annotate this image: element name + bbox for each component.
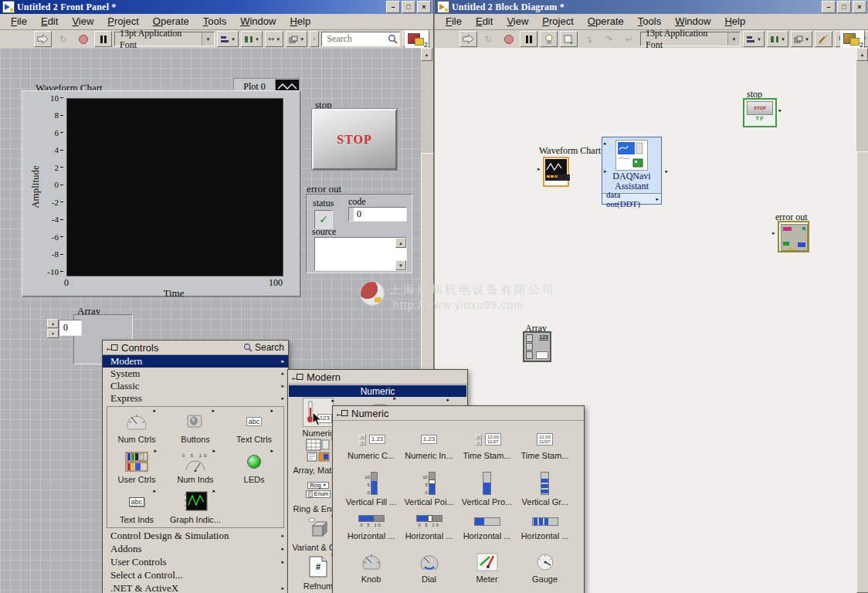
menu-project[interactable]: Project [535,14,580,29]
palette-item-vertical-progress-bar[interactable]: Vertical Pro... [458,471,516,507]
pause-button[interactable] [94,31,112,47]
search-box[interactable] [321,32,400,46]
menu-help[interactable]: Help [717,14,752,29]
menu-operate[interactable]: Operate [581,14,631,29]
run-button[interactable] [459,31,477,47]
font-selector[interactable]: 13pt Application Font▼ [640,32,741,46]
palette-search-button[interactable]: Search [243,342,284,353]
maximize-button[interactable]: □ [837,1,851,13]
numeric-palette-header[interactable]: Numeric [333,406,584,421]
front-panel-titlebar[interactable]: Untitled 2 Front Panel * – □ × [0,0,433,14]
array-terminal[interactable]: 123 [523,331,551,362]
controls-palette-header[interactable]: Controls Search [103,341,288,355]
menu-edit[interactable]: Edit [34,14,65,29]
category-addons[interactable]: Addons▸ [103,543,288,555]
category-select-a-control[interactable]: Select a Control... [103,569,288,581]
stop-button-control[interactable]: STOP [312,109,397,170]
scroll-up-arrow[interactable]: ▲ [856,48,868,61]
distribute-objects-dropdown[interactable]: ▼ [241,31,263,47]
palette-item-text-inds[interactable]: abc ▸ Text Inds [107,490,166,524]
source-field[interactable]: ▲ ▼ [314,237,407,271]
chart-plot-area[interactable] [66,98,283,276]
search-collapse-button[interactable]: ‹ [310,31,319,47]
align-objects-dropdown[interactable]: ▼ [217,31,239,47]
search-input[interactable] [325,32,388,46]
clean-up-diagram-button[interactable] [815,31,832,47]
palette-item-vertical-graduated-bar[interactable]: Vertical Gr... [516,471,574,507]
palette-item-horizontal-pointer-slide[interactable]: 0 5 10 Horizontal ... [400,513,458,540]
menu-view[interactable]: View [500,14,535,29]
menu-file[interactable]: File [4,14,34,29]
error-out-cluster[interactable]: status ✓ code 0 source ▲ ▼ [306,194,412,273]
category-system[interactable]: System▸ [103,368,288,380]
retain-wire-values-button[interactable] [560,31,578,47]
menu-edit[interactable]: Edit [469,14,500,29]
category-classic[interactable]: Classic▸ [103,380,288,392]
category-express[interactable]: Express▸ [103,392,288,405]
category-modern[interactable]: Modern▸ [103,355,288,368]
scroll-up-arrow[interactable]: ▲ [421,48,432,61]
palette-item-graph-inds[interactable]: ▸ Graph Indic... [166,490,225,524]
palette-item-timestamp-control[interactable]: ▲▼ 12:0011/07 Time Stam... [458,429,516,460]
run-continuous-button[interactable]: ↻ [54,31,72,47]
block-diagram-titlebar[interactable]: Untitled 2 Block Diagram * – □ × [435,0,868,14]
palette-item-knob[interactable]: Knob [342,551,400,584]
distribute-objects-dropdown[interactable]: ▼ [767,31,788,47]
palette-item-leds[interactable]: ▸ LEDs [225,450,283,484]
palette-item-meter[interactable]: Meter [458,551,516,584]
palette-item-vertical-pointer-slide[interactable]: 1050 Vertical Poi... [400,471,458,507]
font-selector[interactable]: 13pt Application Font▼ [114,32,215,46]
scrollbar-thumb[interactable] [856,151,868,593]
reorder-dropdown[interactable]: ▼ [791,31,812,47]
modern-selected-row[interactable]: Numeric [289,385,466,397]
palette-item-user-ctrls[interactable]: ▸ User Ctrls [107,450,166,484]
category-control-design[interactable]: Control Design & Simulation▸ [103,530,288,542]
daqnavi-output[interactable]: data out(DDT) [602,190,656,208]
waveform-chart-terminal[interactable]: ▸ [543,157,569,187]
array-index-field[interactable]: 0 [59,320,82,336]
menu-tools[interactable]: Tools [196,14,233,29]
palette-item-gauge[interactable]: Gauge [516,551,574,584]
run-button[interactable] [34,31,52,47]
run-continuous-button[interactable]: ↻ [480,31,497,47]
maximize-button[interactable]: □ [402,1,415,13]
abort-button[interactable] [74,31,92,47]
pause-button[interactable] [520,31,537,47]
pin-icon[interactable] [292,373,303,381]
array-index-spinner[interactable]: ▲▼ [47,319,59,338]
error-out-terminal[interactable]: ▸ [778,221,809,252]
pin-icon[interactable] [337,409,348,417]
source-scroll-up[interactable]: ▲ [395,238,406,248]
menu-view[interactable]: View [65,14,100,29]
font-dropdown-arrow[interactable]: ▼ [202,32,214,46]
highlight-execution-button[interactable] [540,31,558,47]
resize-objects-dropdown[interactable]: ↔▼ [265,31,283,47]
close-button[interactable]: × [417,1,431,13]
stop-terminal[interactable]: STOP TF ▸ [743,98,777,127]
palette-item-numeric-indicator[interactable]: 1.23 Numeric In... [400,429,458,460]
palette-item-buttons[interactable]: ▸ Buttons [166,410,225,444]
abort-button[interactable] [500,31,517,47]
code-field[interactable]: 0 [348,207,407,222]
palette-item-horizontal-graduated-bar[interactable]: Horizontal ... [516,513,574,540]
category-user-controls[interactable]: User Controls▸ [103,556,288,568]
palette-item-timestamp-indicator[interactable]: 12:0011/07 Time Stam... [516,429,574,460]
close-button[interactable]: × [853,1,866,13]
palette-item-horizontal-fill-slide[interactable]: 0 5 10 Horizontal ... [342,513,400,540]
minimize-button[interactable]: – [386,1,400,13]
minimize-button[interactable]: – [822,1,836,13]
step-out-button[interactable]: ↵ [620,31,638,47]
daqnavi-assistant-node[interactable]: DAQNavi Assistant data out(DDT) ▸ ▸ ▸ ▸ [602,137,662,205]
menu-window[interactable]: Window [233,14,283,29]
waveform-chart-terminal-label[interactable]: Waveform Chart [539,145,601,157]
reorder-dropdown[interactable]: ▼ [286,31,307,47]
step-into-button[interactable]: ↴ [580,31,598,47]
menu-file[interactable]: File [439,14,469,29]
palette-item-horizontal-progress-bar[interactable]: Horizontal ... [458,513,516,540]
align-objects-dropdown[interactable]: ▼ [743,31,765,47]
font-dropdown-arrow[interactable]: ▼ [727,32,740,46]
pin-icon[interactable] [107,344,118,351]
menu-help[interactable]: Help [283,14,317,29]
block-diagram-vscrollbar[interactable]: ▲ [856,48,868,593]
source-scroll-down[interactable]: ▼ [395,260,406,270]
